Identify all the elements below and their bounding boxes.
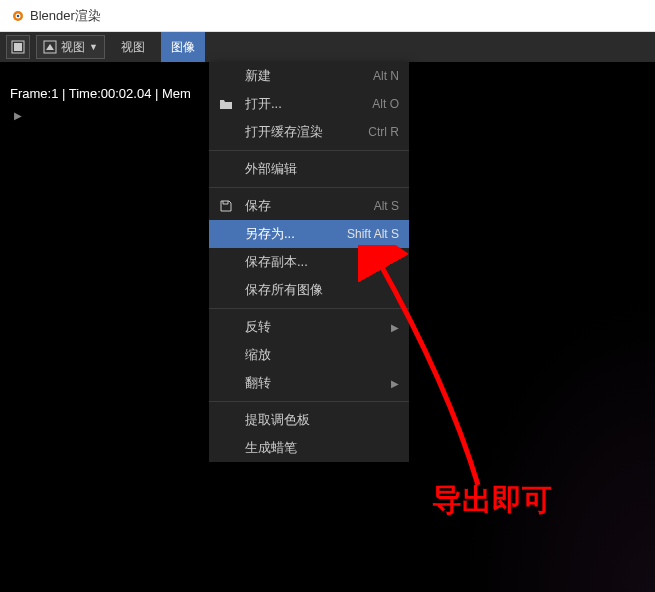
menu-separator	[209, 401, 409, 402]
menu-open-cached[interactable]: 打开缓存渲染 Ctrl R	[209, 118, 409, 146]
view-mode-label: 视图	[61, 39, 85, 56]
annotation-text: 导出即可	[432, 480, 552, 521]
collapse-icon[interactable]: ▶	[14, 110, 22, 121]
menu-save[interactable]: 保存 Alt S	[209, 192, 409, 220]
editor-toolbar: 视图 ▼ 视图 图像	[0, 32, 655, 62]
menu-save-as[interactable]: 另存为... Shift Alt S	[209, 220, 409, 248]
menu-open[interactable]: 打开... Alt O	[209, 90, 409, 118]
menu-new[interactable]: 新建 Alt N	[209, 62, 409, 90]
blender-logo-icon	[8, 8, 24, 24]
image-menu-dropdown: 新建 Alt N 打开... Alt O 打开缓存渲染 Ctrl R 外部编辑 …	[209, 62, 409, 462]
chevron-right-icon: ▶	[391, 322, 399, 333]
chevron-down-icon: ▼	[89, 42, 98, 52]
folder-icon	[217, 97, 235, 111]
menu-resize[interactable]: 缩放	[209, 341, 409, 369]
render-output	[455, 292, 655, 592]
svg-point-2	[17, 14, 20, 17]
menu-save-copy[interactable]: 保存副本...	[209, 248, 409, 276]
menu-view[interactable]: 视图	[111, 32, 155, 62]
render-status: Frame:1 | Time:00:02.04 | Mem	[10, 86, 191, 101]
menu-invert[interactable]: 反转 ▶	[209, 313, 409, 341]
menu-extract-palette[interactable]: 提取调色板	[209, 406, 409, 434]
chevron-right-icon: ▶	[391, 378, 399, 389]
menu-separator	[209, 308, 409, 309]
window-titlebar: Blender渲染	[0, 0, 655, 32]
window-title: Blender渲染	[30, 7, 101, 25]
editor-type-button[interactable]	[6, 35, 30, 59]
svg-rect-4	[14, 43, 22, 51]
menu-separator	[209, 150, 409, 151]
menu-external-edit[interactable]: 外部编辑	[209, 155, 409, 183]
menu-separator	[209, 187, 409, 188]
menu-flip[interactable]: 翻转 ▶	[209, 369, 409, 397]
save-icon	[217, 199, 235, 213]
view-mode-dropdown[interactable]: 视图 ▼	[36, 35, 105, 59]
menu-save-all[interactable]: 保存所有图像	[209, 276, 409, 304]
menu-gen-grease[interactable]: 生成蜡笔	[209, 434, 409, 462]
menu-image[interactable]: 图像	[161, 32, 205, 62]
